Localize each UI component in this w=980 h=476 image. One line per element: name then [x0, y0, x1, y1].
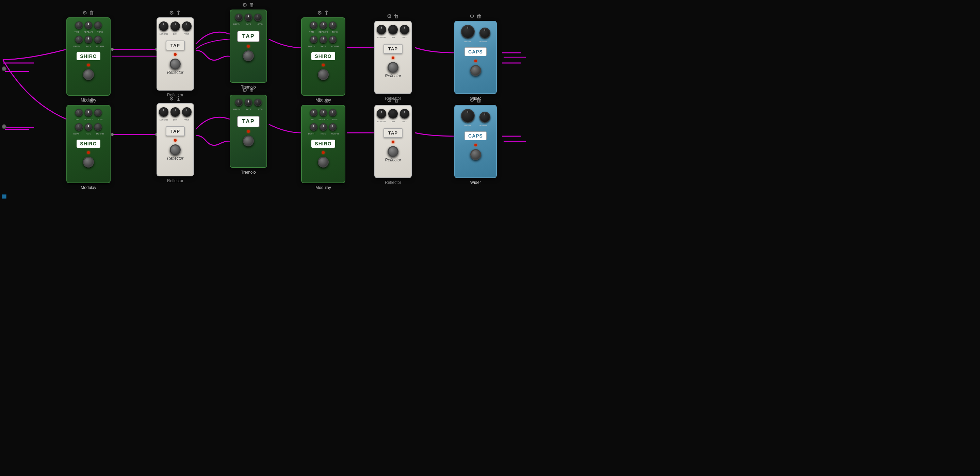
trash-icon-modulay-bottom-right[interactable]: 🗑 [324, 97, 329, 104]
length-knob[interactable] [159, 21, 169, 31]
panning-knob-bottom[interactable] [479, 112, 490, 123]
length-knob-rtr[interactable] [377, 25, 386, 34]
dry-knob-rbr[interactable] [388, 109, 398, 118]
repeats-knob-br[interactable] [320, 109, 327, 117]
caps-logo-top: CAPS [465, 47, 487, 56]
tone-knob[interactable] [94, 21, 102, 29]
settings-icon-tremolo-top[interactable]: ⚙ [242, 2, 247, 8]
footswitch-tremolo-top[interactable] [243, 50, 254, 61]
trash-icon-reflector-bottom-left[interactable]: 🗑 [176, 96, 181, 102]
wet-knob-rbl[interactable] [182, 107, 192, 117]
width-knob-top[interactable] [461, 25, 475, 38]
tap-button-rbl[interactable]: TAP [166, 126, 185, 136]
settings-icon-modulay-top-right[interactable]: ⚙ [317, 10, 322, 16]
trash-icon-reflector-top-left[interactable]: 🗑 [176, 10, 181, 16]
morph-knob-tr[interactable] [329, 36, 337, 43]
footswitch-tremolo-bottom[interactable] [243, 136, 254, 146]
trash-icon-wider-bottom[interactable]: 🗑 [476, 97, 482, 104]
tap-button-tremolo-bottom[interactable]: TAP [237, 116, 260, 127]
trash-icon-reflector-top-right[interactable]: 🗑 [394, 13, 399, 19]
length-knob-rbl[interactable] [159, 107, 169, 117]
rate-knob-bl[interactable] [85, 123, 92, 131]
settings-icon-modulay-top-left[interactable]: ⚙ [82, 10, 87, 16]
dry-knob-rtr[interactable] [388, 25, 398, 34]
morph-knob-bl[interactable] [94, 123, 102, 131]
tone-knob-tr[interactable] [329, 21, 337, 29]
morph-knob-br[interactable] [329, 123, 337, 131]
rate-knob[interactable] [85, 36, 92, 43]
time-knob[interactable] [75, 21, 83, 29]
repeats-knob-bl[interactable] [85, 109, 92, 117]
footswitch-rbl[interactable] [170, 144, 181, 155]
footswitch[interactable] [83, 69, 94, 80]
time-knob-tr[interactable] [310, 21, 318, 29]
repeats-knob-tr[interactable] [320, 21, 327, 29]
settings-icon-modulay-bottom-right[interactable]: ⚙ [317, 97, 322, 104]
depth-knob-bl[interactable] [75, 123, 83, 131]
footswitch-modulay-tr[interactable] [318, 69, 329, 80]
dry-knob-rbl[interactable] [170, 107, 180, 117]
settings-icon-modulay-bottom-left[interactable]: ⚙ [82, 97, 87, 104]
trash-icon-modulay-top-left[interactable]: 🗑 [89, 10, 95, 16]
trash-icon-reflector-bottom-right[interactable]: 🗑 [394, 97, 399, 104]
depth-knob[interactable] [75, 36, 83, 43]
settings-icon-wider-top[interactable]: ⚙ [469, 13, 474, 19]
svg-point-2 [111, 133, 114, 136]
morph-knob[interactable] [94, 36, 102, 43]
modulay-bottom-left: ⚙ 🗑 TIME REPEATS TONE DEPTH RATE MORPH S… [66, 97, 111, 190]
trash-icon-modulay-top-right[interactable]: 🗑 [324, 10, 329, 16]
depth-knob-br[interactable] [310, 123, 318, 131]
knob-row-bottom [75, 36, 102, 43]
tone-knob-bl[interactable] [94, 109, 102, 117]
rate-knob-br[interactable] [320, 123, 327, 131]
rate-knob-tremolo-b[interactable] [245, 99, 252, 106]
width-knob-bottom[interactable] [461, 109, 475, 123]
knob-labels-tremolo-top: DEPTH RATE LEVEL [232, 23, 265, 25]
footswitch-modulay-bl[interactable] [83, 157, 94, 168]
reflector-top-left: ⚙ 🗑 LENGTH DRY WET TAP Reflector Reflect… [156, 10, 194, 97]
time-knob-bl[interactable] [75, 109, 83, 117]
settings-icon-reflector-top-left[interactable]: ⚙ [169, 10, 174, 16]
wet-knob-rtr[interactable] [400, 25, 409, 34]
trash-icon-tremolo-bottom[interactable]: 🗑 [249, 87, 255, 93]
settings-icon-wider-bottom[interactable]: ⚙ [469, 97, 474, 104]
footswitch-modulay-br[interactable] [318, 157, 329, 168]
wet-knob[interactable] [182, 21, 192, 31]
footswitch-rtr[interactable] [388, 62, 398, 73]
trash-icon-modulay-bottom-left[interactable]: 🗑 [89, 97, 95, 104]
rate-knob-tremolo[interactable] [245, 14, 252, 21]
tone-knob-br[interactable] [329, 109, 337, 117]
footswitch-rbr[interactable] [388, 146, 398, 157]
tap-button-rtr[interactable]: TAP [383, 44, 402, 54]
footswitch-reflector-top-left[interactable] [170, 59, 181, 69]
settings-icon-tremolo-bottom[interactable]: ⚙ [242, 87, 247, 93]
dry-knob[interactable] [170, 21, 180, 31]
wet-knob-rbr[interactable] [400, 109, 409, 118]
level-knob-tremolo-b[interactable] [254, 99, 262, 106]
trash-icon-tremolo-top[interactable]: 🗑 [249, 2, 255, 8]
level-knob-tremolo[interactable] [254, 14, 262, 21]
depth-knob-tr[interactable] [310, 36, 318, 43]
tap-button-reflector-top-left[interactable]: TAP [166, 40, 185, 50]
tremolo-top-body: DEPTH RATE LEVEL TAP [230, 10, 267, 83]
settings-icon-reflector-top-right[interactable]: ⚙ [387, 13, 392, 19]
tap-button-tremolo-top[interactable]: TAP [237, 30, 260, 42]
time-knob-br[interactable] [310, 109, 318, 117]
pedal-controls-wider-top: ⚙ 🗑 [469, 13, 482, 19]
knob-labels-reflector: LENGTH DRY WET [159, 33, 192, 35]
shiro-logo-br: SHIRO [311, 140, 335, 148]
footswitch-wider-bottom[interactable] [470, 149, 481, 160]
panning-knob-top[interactable] [479, 27, 490, 38]
wider-bottom-body: WIDTH PANNING CAPS [454, 105, 497, 178]
pedal-controls-reflector-bottom-right: ⚙ 🗑 [387, 97, 399, 104]
settings-icon-reflector-bottom-right[interactable]: ⚙ [387, 97, 392, 104]
trash-icon-wider-top[interactable]: 🗑 [476, 13, 482, 19]
rate-knob-tr[interactable] [320, 36, 327, 43]
settings-icon-reflector-bottom-left[interactable]: ⚙ [169, 95, 174, 102]
footswitch-wider-top[interactable] [470, 65, 481, 76]
depth-knob-tremolo[interactable] [235, 14, 243, 21]
depth-knob-tremolo-b[interactable] [235, 99, 243, 106]
length-knob-rbr[interactable] [377, 109, 386, 118]
tap-button-rbr[interactable]: TAP [383, 128, 402, 138]
repeats-knob[interactable] [85, 21, 92, 29]
